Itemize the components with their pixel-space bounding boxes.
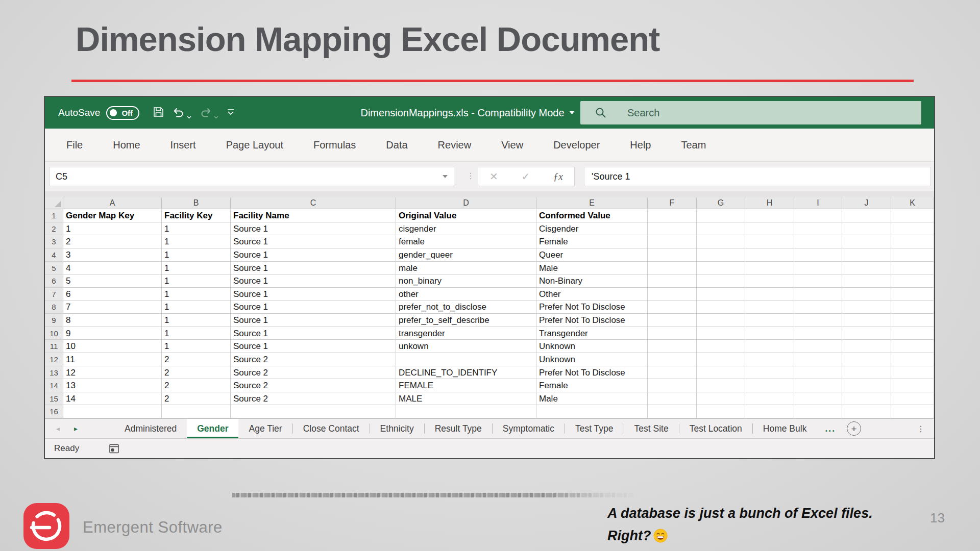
column-header-d[interactable]: D <box>396 197 536 209</box>
more-sheets-button[interactable]: ... <box>817 419 841 438</box>
cell[interactable] <box>162 405 231 418</box>
name-box[interactable]: C5 <box>49 167 454 186</box>
cell[interactable]: Queer <box>536 248 648 262</box>
row-number[interactable]: 3 <box>45 235 63 248</box>
cell[interactable] <box>745 392 794 406</box>
cell[interactable]: 1 <box>162 274 231 288</box>
cell[interactable] <box>794 222 842 236</box>
cell[interactable] <box>794 366 842 380</box>
cell[interactable] <box>648 353 697 366</box>
cell[interactable] <box>697 248 745 262</box>
cell[interactable] <box>794 314 842 327</box>
ribbon-tab-team[interactable]: Team <box>681 139 706 151</box>
cell[interactable] <box>891 300 934 314</box>
add-sheet-button[interactable]: + <box>847 421 861 436</box>
cell[interactable] <box>697 300 745 314</box>
cell[interactable] <box>697 274 745 288</box>
cell[interactable]: Unknown <box>536 340 648 353</box>
cell[interactable]: Source 2 <box>231 392 396 406</box>
customize-quick-access-button[interactable] <box>227 108 235 117</box>
cell[interactable] <box>891 405 934 418</box>
cell[interactable] <box>745 209 794 222</box>
cell[interactable]: 9 <box>63 327 162 340</box>
cell[interactable]: 1 <box>162 314 231 327</box>
cell[interactable] <box>891 314 934 327</box>
cell[interactable] <box>697 366 745 380</box>
cell[interactable]: Source 1 <box>231 248 396 262</box>
cell[interactable]: non_binary <box>396 274 536 288</box>
cell[interactable] <box>648 366 697 380</box>
cell[interactable]: Facility Key <box>162 209 231 222</box>
cell[interactable]: Source 1 <box>231 222 396 236</box>
cell[interactable] <box>794 288 842 301</box>
cell[interactable] <box>842 392 891 406</box>
cell[interactable]: Source 1 <box>231 235 396 248</box>
cell[interactable]: Male <box>536 262 648 275</box>
column-header-k[interactable]: K <box>891 197 934 209</box>
macro-record-icon[interactable] <box>109 443 119 454</box>
cell[interactable]: 1 <box>162 248 231 262</box>
column-header-h[interactable]: H <box>745 197 794 209</box>
cell[interactable] <box>891 235 934 248</box>
column-header-a[interactable]: A <box>63 197 162 209</box>
enter-icon[interactable]: ✓ <box>522 170 530 183</box>
cell[interactable]: MALE <box>396 392 536 406</box>
cell[interactable]: prefer_to_self_describe <box>396 314 536 327</box>
cell[interactable] <box>697 327 745 340</box>
cell[interactable]: prefer_not_to_disclose <box>396 300 536 314</box>
cell[interactable] <box>697 314 745 327</box>
cell[interactable]: Prefer Not To Disclose <box>536 300 648 314</box>
sheet-tab-administered[interactable]: Administered <box>114 419 187 438</box>
sheet-tab-close-contact[interactable]: Close Contact <box>293 419 370 438</box>
cell[interactable] <box>794 379 842 392</box>
cell[interactable] <box>794 340 842 353</box>
cell[interactable] <box>231 405 396 418</box>
cell[interactable] <box>648 288 697 301</box>
ribbon-tab-formulas[interactable]: Formulas <box>313 139 356 151</box>
cell[interactable]: 1 <box>162 327 231 340</box>
row-number[interactable]: 8 <box>45 300 63 314</box>
cell[interactable]: 2 <box>162 366 231 380</box>
cell[interactable]: 2 <box>63 235 162 248</box>
cell[interactable] <box>842 262 891 275</box>
cell[interactable]: Facility Name <box>231 209 396 222</box>
cell[interactable] <box>794 392 842 406</box>
cell[interactable] <box>745 340 794 353</box>
column-header-c[interactable]: C <box>231 197 396 209</box>
cell[interactable] <box>891 274 934 288</box>
cell[interactable]: FEMALE <box>396 379 536 392</box>
cell[interactable] <box>648 405 697 418</box>
cell[interactable]: Source 1 <box>231 327 396 340</box>
cell[interactable]: 8 <box>63 314 162 327</box>
cell[interactable] <box>794 327 842 340</box>
row-number[interactable]: 16 <box>45 405 63 418</box>
cell[interactable] <box>648 274 697 288</box>
column-header-b[interactable]: B <box>162 197 231 209</box>
row-number[interactable]: 11 <box>45 340 63 353</box>
cell[interactable] <box>745 222 794 236</box>
cell[interactable]: Other <box>536 288 648 301</box>
cell[interactable]: transgender <box>396 327 536 340</box>
sheet-tab-age-tier[interactable]: Age Tier <box>238 419 292 438</box>
cell[interactable] <box>697 379 745 392</box>
cell[interactable]: Source 1 <box>231 340 396 353</box>
cell[interactable]: 2 <box>162 353 231 366</box>
cell[interactable] <box>794 235 842 248</box>
sheet-tab-symptomatic[interactable]: Symptomatic <box>493 419 565 438</box>
cell[interactable] <box>648 209 697 222</box>
select-all-corner[interactable] <box>45 197 63 209</box>
cell[interactable] <box>745 300 794 314</box>
cell[interactable]: cisgender <box>396 222 536 236</box>
cell[interactable] <box>648 262 697 275</box>
cell[interactable] <box>697 235 745 248</box>
cell[interactable]: 5 <box>63 274 162 288</box>
cell[interactable] <box>891 222 934 236</box>
row-number[interactable]: 9 <box>45 314 63 327</box>
save-button[interactable] <box>153 106 164 120</box>
column-header-j[interactable]: J <box>842 197 891 209</box>
sheet-options-icon[interactable]: ⋮ <box>917 424 925 434</box>
cell[interactable] <box>697 288 745 301</box>
cell[interactable] <box>648 327 697 340</box>
cell[interactable]: DECLINE_TO_IDENTIFY <box>396 366 536 380</box>
cell[interactable] <box>794 262 842 275</box>
